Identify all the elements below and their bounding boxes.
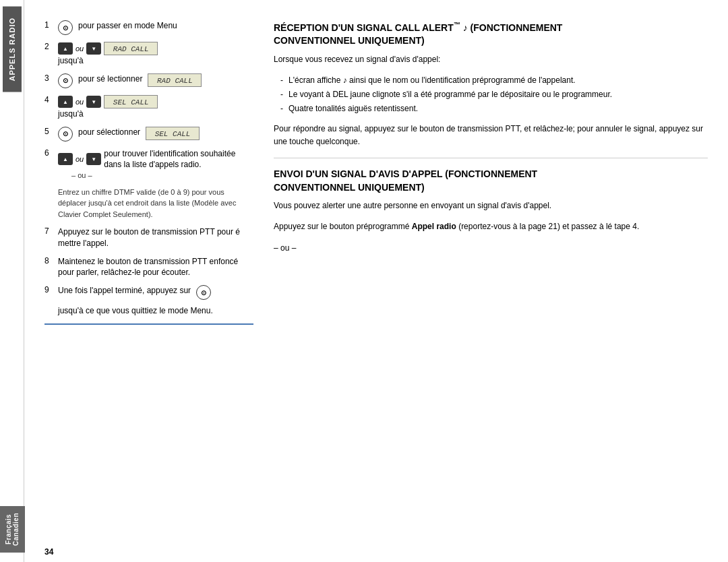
step-1: 1 ⊙ pour passer en mode Menu bbox=[44, 20, 253, 35]
sidebar: APPELS RADIO FrançaisCanadien bbox=[0, 0, 24, 562]
bullet-2: Le voyant à DEL jaune clignote s'il a ét… bbox=[280, 88, 708, 101]
menu-button-5[interactable]: ⊙ bbox=[58, 127, 73, 142]
page-number: 34 bbox=[44, 547, 53, 557]
step-num-5: 5 bbox=[44, 127, 54, 136]
menu-button-1[interactable]: ⊙ bbox=[58, 20, 73, 35]
step-6-ou: – ou – bbox=[58, 170, 253, 181]
step-4-text: jusqu'à bbox=[58, 108, 158, 120]
step-num-2: 2 bbox=[44, 42, 54, 51]
section1-title: RÉCEPTION D'UN SIGNAL CALL ALERT™ ♪ (FON… bbox=[274, 20, 708, 48]
section-divider bbox=[274, 158, 708, 158]
step-num-7: 7 bbox=[44, 226, 54, 236]
step-num-9: 9 bbox=[44, 285, 54, 294]
section2-ou: – ou – bbox=[274, 242, 708, 255]
step-9-text-after: jusqu'à ce que vous quittiez le mode Men… bbox=[58, 305, 213, 317]
step-6-text: pour trouver l'identification souhaitée … bbox=[104, 148, 253, 171]
step-num-4: 4 bbox=[44, 95, 54, 104]
step-list: 1 ⊙ pour passer en mode Menu 2 ou RAD CA… bbox=[44, 20, 253, 317]
bullet-3: Quatre tonalités aiguës retentissent. bbox=[280, 102, 708, 115]
lcd-display-2: RAD CALL bbox=[104, 42, 158, 55]
menu-button-3[interactable]: ⊙ bbox=[58, 73, 73, 88]
sidebar-section-label: APPELS RADIO bbox=[3, 7, 22, 92]
step-num-6: 6 bbox=[44, 148, 54, 158]
ou-text-6: ou bbox=[75, 155, 84, 163]
down-button-2[interactable] bbox=[86, 42, 101, 55]
step-num-1: 1 bbox=[44, 20, 54, 30]
up-button-2[interactable] bbox=[58, 42, 73, 55]
step-3-text: pour sé lectionner bbox=[78, 73, 142, 85]
section2-body1: Vous pouvez alerter une autre personne e… bbox=[274, 199, 708, 212]
ou-text-4: ou bbox=[75, 98, 84, 106]
menu-button-9[interactable]: ⊙ bbox=[196, 285, 211, 300]
step-9: 9 Une fois l'appel terminé, appuyez sur … bbox=[44, 285, 253, 317]
section1-body2: Pour répondre au signal, appuyez sur le … bbox=[274, 123, 708, 148]
lcd-display-5: SEL CALL bbox=[146, 127, 200, 140]
down-button-6[interactable] bbox=[86, 153, 101, 165]
step-3: 3 ⊙ pour sé lectionner RAD CALL bbox=[44, 73, 253, 88]
sidebar-language-label: FrançaisCanadien bbox=[0, 506, 25, 553]
up-button-6[interactable] bbox=[58, 153, 73, 165]
lcd-display-4: SEL CALL bbox=[104, 95, 158, 108]
step-9-text-before: Une fois l'appel terminé, appuyez sur bbox=[58, 285, 191, 296]
step-5: 5 ⊙ pour sélectionner SEL CALL bbox=[44, 127, 253, 142]
step-1-text: pour passer en mode Menu bbox=[78, 20, 177, 32]
section2-title: ENVOI D'UN SIGNAL D'AVIS D'APPEL (FONCTI… bbox=[274, 168, 708, 194]
section2-body2: Appuyez sur le bouton préprogrammé Appel… bbox=[274, 220, 708, 233]
right-column: RÉCEPTION D'UN SIGNAL CALL ALERT™ ♪ (FON… bbox=[274, 20, 708, 555]
step-5-text: pour sélectionner bbox=[78, 127, 140, 138]
ou-text-2: ou bbox=[75, 44, 84, 53]
bottom-line bbox=[44, 323, 253, 325]
step-num-3: 3 bbox=[44, 73, 54, 83]
bullet-1: L'écran affiche ♪ ainsi que le nom ou l'… bbox=[280, 74, 708, 87]
main-content: 1 ⊙ pour passer en mode Menu 2 ou RAD CA… bbox=[24, 0, 728, 562]
step-6-subtext: Entrez un chiffre DTMF valide (de 0 à 9)… bbox=[58, 187, 253, 220]
step-8: 8 Maintenez le bouton de transmission PT… bbox=[44, 256, 253, 279]
step-num-8: 8 bbox=[44, 256, 54, 266]
bottom-bar: 34 bbox=[24, 542, 728, 562]
step-6: 6 ou pour trouver l'identification souha… bbox=[44, 148, 253, 220]
section1-bullets: L'écran affiche ♪ ainsi que le nom ou l'… bbox=[280, 74, 708, 116]
left-column: 1 ⊙ pour passer en mode Menu 2 ou RAD CA… bbox=[44, 20, 253, 555]
step-8-text: Maintenez le bouton de transmission PTT … bbox=[58, 256, 253, 279]
step-2: 2 ou RAD CALL jusqu'à bbox=[44, 42, 253, 67]
lcd-display-3: RAD CALL bbox=[148, 73, 202, 87]
down-button-4[interactable] bbox=[86, 96, 101, 108]
section1-intro: Lorsque vous recevez un signal d'avis d'… bbox=[274, 53, 708, 66]
step-7-text: Appuyez sur le bouton de transmission PT… bbox=[58, 226, 253, 249]
step-4: 4 ou SEL CALL jusqu'à bbox=[44, 95, 253, 120]
up-button-4[interactable] bbox=[58, 96, 73, 108]
step-7: 7 Appuyez sur le bouton de transmission … bbox=[44, 226, 253, 249]
step-2-text: jusqu'à bbox=[58, 55, 158, 67]
